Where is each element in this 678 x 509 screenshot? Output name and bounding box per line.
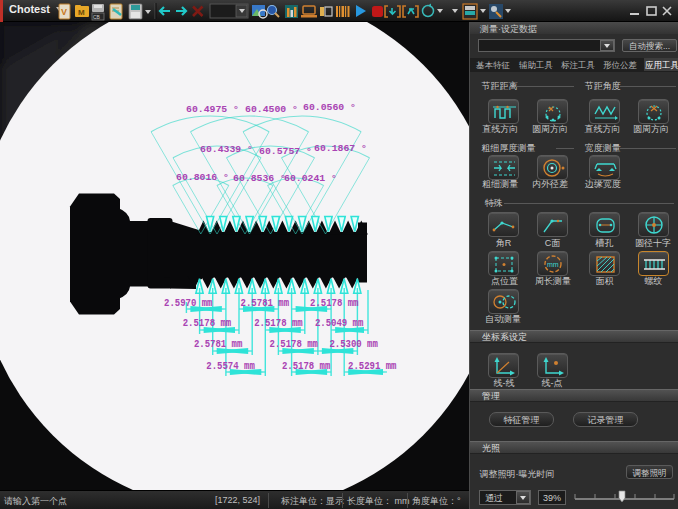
svg-text:60.8536 °: 60.8536 ° (233, 173, 286, 184)
svg-text:2.5178 mm: 2.5178 mm (270, 339, 319, 350)
svg-text:2.5781 mm: 2.5781 mm (194, 339, 243, 350)
svg-text:60.1867 °: 60.1867 ° (314, 143, 367, 154)
svg-text:mm: mm (547, 261, 559, 268)
svg-text:2.5178 mm: 2.5178 mm (183, 318, 232, 329)
svg-text:M: M (78, 8, 85, 17)
svg-text:60.0560 °: 60.0560 ° (303, 102, 356, 113)
svg-text:V: V (61, 7, 67, 17)
svg-text:60.5757 °: 60.5757 ° (259, 146, 312, 157)
svg-text:60.8016 °: 60.8016 ° (176, 172, 229, 183)
svg-text:60.4500 °: 60.4500 ° (245, 104, 298, 115)
svg-text:2.5178 mm: 2.5178 mm (310, 298, 359, 309)
svg-text:2.5049 mm: 2.5049 mm (315, 318, 364, 329)
svg-text:2.5178 mm: 2.5178 mm (254, 318, 303, 329)
svg-text:60.4339 °: 60.4339 ° (200, 144, 253, 155)
svg-text:2.5178 mm: 2.5178 mm (282, 361, 331, 372)
svg-text:2.5300 mm: 2.5300 mm (329, 339, 378, 350)
svg-text:2.5291 mm: 2.5291 mm (348, 361, 397, 372)
svg-text:60.0241 °: 60.0241 ° (284, 173, 337, 184)
svg-text:CB: CB (93, 14, 101, 20)
svg-text:2.5574 mm: 2.5574 mm (206, 361, 255, 372)
svg-text:60.4975 °: 60.4975 ° (186, 104, 239, 115)
svg-text:2.5970 mm: 2.5970 mm (164, 298, 213, 309)
svg-text:2.5781 mm: 2.5781 mm (241, 298, 290, 309)
